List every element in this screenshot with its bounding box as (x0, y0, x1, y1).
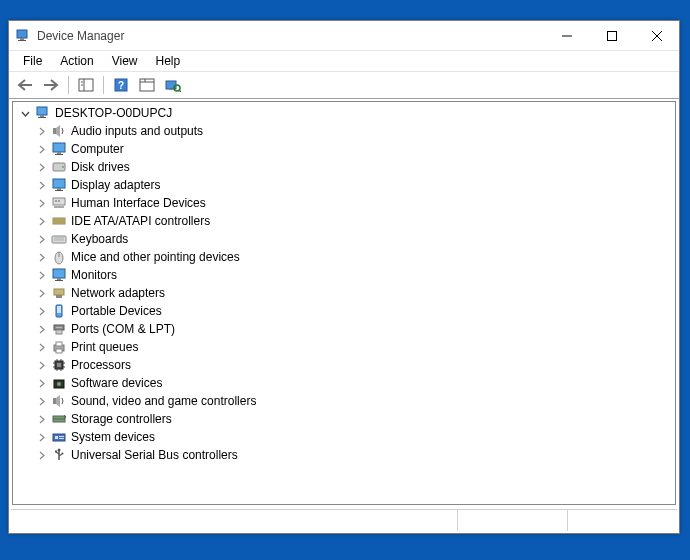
status-cell (567, 510, 677, 531)
expander-icon[interactable] (35, 323, 47, 335)
svg-rect-55 (56, 330, 62, 334)
svg-rect-44 (53, 269, 65, 278)
minimize-button[interactable] (544, 21, 589, 50)
svg-rect-50 (57, 306, 61, 313)
expander-icon[interactable] (35, 143, 47, 155)
menu-action[interactable]: Action (52, 52, 101, 70)
scan-hardware-button[interactable] (161, 74, 185, 96)
tree-category-label: Disk drives (71, 158, 130, 176)
tree-category[interactable]: Ports (COM & LPT) (15, 320, 673, 338)
tree-category[interactable]: Display adapters (15, 176, 673, 194)
expander-icon[interactable] (35, 431, 47, 443)
svg-rect-26 (55, 154, 63, 155)
svg-rect-17 (169, 89, 173, 90)
tree-category[interactable]: Portable Devices (15, 302, 673, 320)
expander-icon[interactable] (35, 395, 47, 407)
tree-category[interactable]: Universal Serial Bus controllers (15, 446, 673, 464)
tree-category-label: Monitors (71, 266, 117, 284)
tree-category[interactable]: Monitors (15, 266, 673, 284)
usb-icon (51, 447, 67, 463)
tree-category[interactable]: Human Interface Devices (15, 194, 673, 212)
svg-rect-46 (55, 280, 63, 281)
expander-icon[interactable] (19, 107, 31, 119)
tree-category-label: Display adapters (71, 176, 160, 194)
tree-category[interactable]: Processors (15, 356, 673, 374)
expander-icon[interactable] (35, 251, 47, 263)
expander-icon[interactable] (35, 449, 47, 461)
svg-rect-23 (53, 128, 56, 134)
device-manager-window: Device Manager File Action View Help ? D… (8, 20, 680, 534)
svg-rect-45 (57, 278, 61, 280)
svg-rect-21 (40, 115, 44, 117)
menu-help[interactable]: Help (148, 52, 189, 70)
tree-root-label: DESKTOP-O0DUPCJ (55, 104, 172, 122)
tree-category-label: Mice and other pointing devices (71, 248, 240, 266)
expander-icon[interactable] (35, 233, 47, 245)
expander-icon[interactable] (35, 215, 47, 227)
tree-category[interactable]: Network adapters (15, 284, 673, 302)
tree-category[interactable]: Software devices (15, 374, 673, 392)
back-button[interactable] (13, 74, 37, 96)
expander-icon[interactable] (35, 305, 47, 317)
portable-icon (51, 303, 67, 319)
expander-icon[interactable] (35, 359, 47, 371)
svg-point-83 (62, 453, 64, 455)
mouse-icon (51, 249, 67, 265)
computer-icon (35, 105, 51, 121)
tree-category-label: Ports (COM & LPT) (71, 320, 175, 338)
tree-category[interactable]: Audio inputs and outputs (15, 122, 673, 140)
toolbar-separator (68, 76, 69, 94)
svg-point-70 (57, 382, 61, 386)
monitor-icon (51, 177, 67, 193)
expander-icon[interactable] (35, 125, 47, 137)
expander-icon[interactable] (35, 341, 47, 353)
tree-category[interactable]: Storage controllers (15, 410, 673, 428)
device-tree-pane[interactable]: DESKTOP-O0DUPCJAudio inputs and outputsC… (12, 101, 676, 505)
tree-category-label: Audio inputs and outputs (71, 122, 203, 140)
tree-category-label: IDE ATA/ATAPI controllers (71, 212, 210, 230)
tree-category[interactable]: Keyboards (15, 230, 673, 248)
tree-category[interactable]: Disk drives (15, 158, 673, 176)
svg-rect-58 (56, 349, 62, 353)
maximize-button[interactable] (589, 21, 634, 50)
expander-icon[interactable] (35, 413, 47, 425)
tree-category[interactable]: Computer (15, 140, 673, 158)
svg-rect-4 (607, 31, 616, 40)
expander-icon[interactable] (35, 197, 47, 209)
expander-icon[interactable] (35, 377, 47, 389)
properties-button[interactable] (135, 74, 159, 96)
status-cell (11, 510, 457, 531)
svg-rect-29 (53, 179, 65, 188)
forward-button[interactable] (39, 74, 63, 96)
tree-category[interactable]: System devices (15, 428, 673, 446)
close-button[interactable] (634, 21, 679, 50)
expander-icon[interactable] (35, 179, 47, 191)
menu-file[interactable]: File (15, 52, 50, 70)
svg-rect-74 (53, 434, 65, 441)
menu-view[interactable]: View (104, 52, 146, 70)
window-controls (544, 21, 679, 50)
tree-category[interactable]: Print queues (15, 338, 673, 356)
help-button[interactable]: ? (109, 74, 133, 96)
expander-icon[interactable] (35, 161, 47, 173)
show-hide-console-tree-button[interactable] (74, 74, 98, 96)
svg-rect-75 (55, 436, 58, 439)
storage-icon (51, 411, 67, 427)
svg-rect-22 (38, 117, 46, 118)
svg-rect-30 (57, 188, 61, 190)
svg-rect-71 (53, 398, 56, 404)
svg-rect-60 (57, 363, 61, 367)
network-icon (51, 285, 67, 301)
tree-category[interactable]: Sound, video and game controllers (15, 392, 673, 410)
svg-rect-1 (20, 38, 24, 40)
tree-category-label: System devices (71, 428, 155, 446)
svg-point-34 (55, 200, 57, 202)
tree-root[interactable]: DESKTOP-O0DUPCJ (15, 104, 673, 122)
expander-icon[interactable] (35, 269, 47, 281)
window-title: Device Manager (37, 29, 544, 43)
tree-category-label: Computer (71, 140, 124, 158)
expander-icon[interactable] (35, 287, 47, 299)
tree-category-label: Universal Serial Bus controllers (71, 446, 238, 464)
tree-category[interactable]: Mice and other pointing devices (15, 248, 673, 266)
tree-category[interactable]: IDE ATA/ATAPI controllers (15, 212, 673, 230)
